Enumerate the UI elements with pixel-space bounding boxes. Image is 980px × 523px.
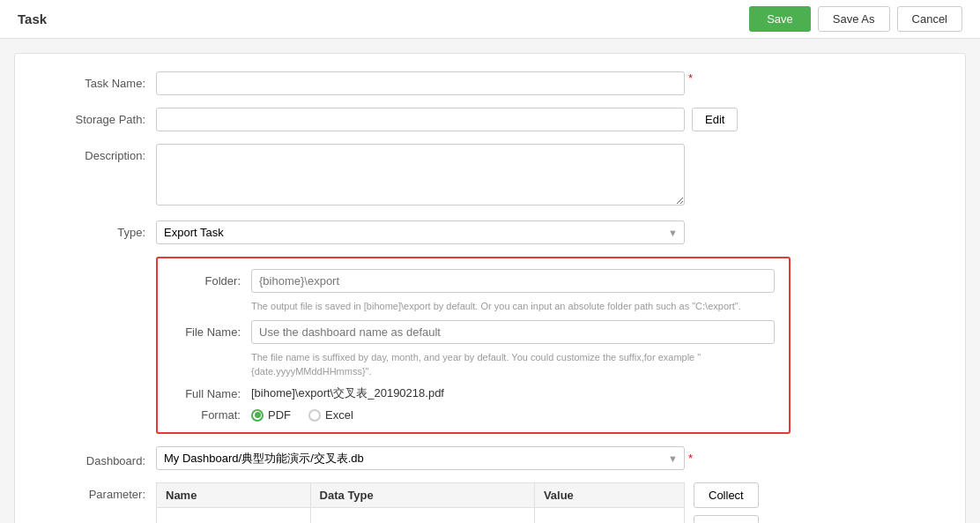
cancel-button[interactable]: Cancel [897, 6, 962, 32]
type-label: Type: [50, 220, 156, 239]
parameter-table-wrapper: Name Data Type Value [156, 482, 685, 523]
storage-path-control [156, 108, 685, 131]
format-pdf-option[interactable]: PDF [251, 408, 291, 422]
task-name-input[interactable] [156, 71, 685, 95]
file-name-control [251, 320, 775, 344]
excel-radio[interactable] [308, 409, 321, 422]
dashboard-select-wrapper: My Dashboard/典型功能演示/交叉表.db ▼ [156, 446, 685, 470]
storage-path-row: Storage Path: Edit [50, 108, 930, 131]
format-options: PDF Excel [251, 408, 353, 422]
dashboard-required: * [688, 452, 693, 465]
export-section: Folder: The output file is saved in [bih… [156, 257, 791, 434]
description-label: Description: [50, 144, 156, 162]
folder-input[interactable] [251, 269, 775, 293]
edit-button[interactable]: Edit [692, 108, 738, 131]
type-select-wrapper: Export Task Import Task ▼ [156, 220, 685, 244]
save-button[interactable]: Save [749, 6, 811, 32]
parameter-section: Parameter: Name Data Type Value [50, 482, 930, 523]
parameter-header-row: Name Data Type Value [157, 483, 685, 508]
type-row: Type: Export Task Import Task ▼ [50, 220, 930, 244]
full-name-value: [bihome]\export\交叉表_20190218.pdf [251, 385, 444, 401]
storage-path-input[interactable] [156, 108, 685, 131]
file-name-label: File Name: [172, 320, 251, 339]
cell-data-type [310, 508, 534, 523]
pdf-label: PDF [268, 408, 291, 422]
add-button[interactable]: Add [694, 515, 759, 523]
col-data-type: Data Type [310, 483, 534, 508]
folder-label: Folder: [172, 269, 251, 288]
full-name-label: Full Name: [172, 387, 251, 400]
task-name-row: Task Name: * [50, 71, 930, 95]
folder-control [251, 269, 775, 293]
table-row [157, 508, 685, 523]
format-row: Format: PDF Excel [172, 408, 775, 422]
folder-hint: The output file is saved in [bihome]\exp… [251, 300, 775, 313]
page-title: Task [18, 11, 47, 26]
description-control [156, 144, 685, 208]
parameter-table-body [157, 508, 685, 523]
parameter-table: Name Data Type Value [156, 482, 685, 523]
excel-label: Excel [325, 408, 353, 422]
file-name-row: File Name: [172, 320, 775, 344]
parameter-label: Parameter: [50, 482, 156, 501]
file-name-input[interactable] [251, 320, 775, 344]
description-textarea[interactable] [156, 144, 685, 205]
task-name-control [156, 71, 685, 95]
parameter-table-header: Name Data Type Value [157, 483, 685, 508]
pdf-radio[interactable] [251, 409, 264, 422]
cell-name [157, 508, 311, 523]
storage-path-label: Storage Path: [50, 108, 156, 126]
header-buttons: Save Save As Cancel [749, 6, 962, 32]
parameter-buttons: Collect Add [694, 482, 759, 523]
folder-row: Folder: [172, 269, 775, 293]
header: Task Save Save As Cancel [0, 0, 980, 39]
task-name-required: * [688, 71, 693, 85]
dashboard-label: Dashboard: [50, 449, 156, 467]
type-select[interactable]: Export Task Import Task [156, 220, 685, 244]
format-excel-option[interactable]: Excel [308, 408, 353, 422]
description-row: Description: [50, 144, 930, 208]
dashboard-row: Dashboard: My Dashboard/典型功能演示/交叉表.db ▼ … [50, 446, 930, 470]
file-name-hint: The file name is suffixed by day, month,… [251, 351, 775, 378]
col-value: Value [534, 483, 684, 508]
format-label: Format: [172, 408, 251, 422]
full-name-row: Full Name: [bihome]\export\交叉表_20190218.… [172, 385, 775, 401]
task-name-label: Task Name: [50, 71, 156, 90]
collect-button[interactable]: Collect [694, 482, 759, 508]
col-name: Name [157, 483, 311, 508]
cell-value [534, 508, 684, 523]
main-content: Task Name: * Storage Path: Edit Descript… [14, 53, 966, 523]
save-as-button[interactable]: Save As [818, 6, 890, 32]
dashboard-select[interactable]: My Dashboard/典型功能演示/交叉表.db [156, 446, 685, 470]
pdf-radio-dot [255, 412, 261, 418]
